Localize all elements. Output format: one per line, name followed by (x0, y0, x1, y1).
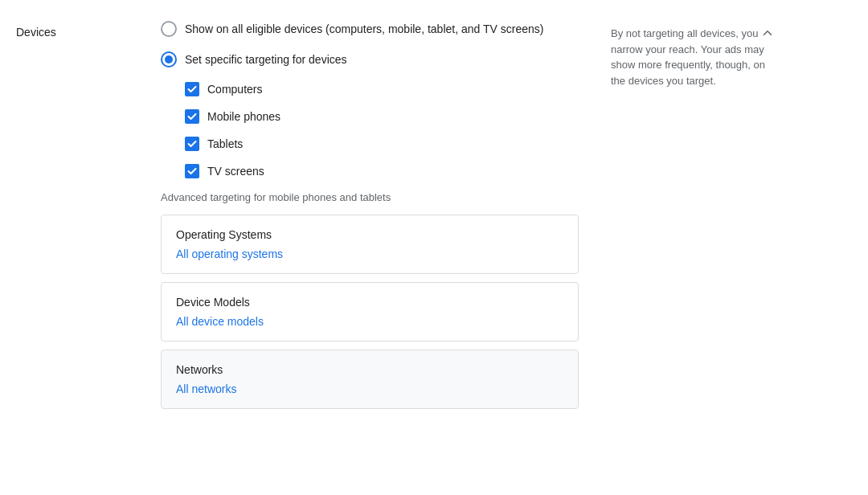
checkbox-tablets-box[interactable] (185, 137, 199, 151)
checkbox-computers-box[interactable] (185, 82, 199, 96)
checkbox-tablets-label: Tablets (207, 137, 243, 150)
all-devices-label: Show on all eligible devices (computers,… (185, 22, 543, 35)
card-device-models-title: Device Models (176, 296, 563, 309)
advanced-targeting-label: Advanced targeting for mobile phones and… (161, 191, 579, 203)
checkbox-computers[interactable]: Computers (185, 82, 579, 96)
card-networks-title: Networks (176, 363, 563, 376)
all-devices-option[interactable]: Show on all eligible devices (computers,… (161, 21, 579, 37)
radio-inner-dot (165, 55, 173, 63)
card-operating-systems[interactable]: Operating Systems All operating systems (161, 215, 579, 274)
card-networks-link[interactable]: All networks (176, 382, 236, 395)
checkmark-icon (187, 112, 197, 121)
info-panel-text: By not targeting all devices, you narrow… (611, 27, 765, 87)
device-checkboxes: Computers Mobile phones Tablets (185, 82, 579, 178)
checkbox-computers-label: Computers (207, 83, 262, 96)
checkbox-mobile-phones[interactable]: Mobile phones (185, 109, 579, 124)
info-panel: By not targeting all devices, you narrow… (595, 13, 788, 482)
checkmark-icon (187, 166, 197, 176)
card-networks[interactable]: Networks All networks (161, 350, 579, 409)
checkmark-icon (187, 84, 197, 94)
specific-targeting-label: Set specific targeting for devices (185, 53, 347, 66)
card-operating-systems-title: Operating Systems (176, 228, 563, 241)
checkbox-mobile-phones-label: Mobile phones (207, 110, 280, 123)
card-device-models[interactable]: Device Models All device models (161, 282, 579, 342)
specific-targeting-radio[interactable] (161, 51, 177, 68)
card-operating-systems-link[interactable]: All operating systems (176, 248, 283, 260)
checkbox-mobile-phones-box[interactable] (185, 109, 199, 124)
section-label: Devices (0, 13, 145, 482)
checkmark-icon (187, 139, 197, 149)
checkbox-tablets[interactable]: Tablets (185, 137, 579, 151)
specific-targeting-option[interactable]: Set specific targeting for devices (161, 51, 579, 68)
checkbox-tv-screens[interactable]: TV screens (185, 164, 579, 178)
all-devices-radio[interactable] (161, 21, 177, 37)
card-device-models-link[interactable]: All device models (176, 315, 264, 328)
checkbox-tv-screens-label: TV screens (207, 165, 264, 178)
checkbox-tv-screens-box[interactable] (185, 164, 199, 178)
main-content: Show on all eligible devices (computers,… (145, 13, 595, 482)
collapse-icon[interactable] (760, 26, 775, 46)
